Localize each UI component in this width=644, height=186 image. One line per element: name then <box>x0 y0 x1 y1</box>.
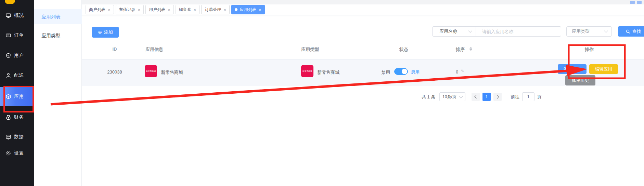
sidebar-item-label: 应用 <box>14 93 24 99</box>
fullscreen-icon[interactable] <box>630 1 635 4</box>
sidebar-item-settings[interactable]: 设置 <box>0 146 34 160</box>
header-actions: 操作 <box>579 46 600 53</box>
status-toggle[interactable] <box>394 68 408 75</box>
chevron-right-icon <box>495 95 499 98</box>
sidebar-item-overview[interactable]: 概况 <box>0 9 34 22</box>
sidebar-item-label: 配送 <box>14 72 24 78</box>
user-avatar-icon[interactable] <box>637 1 642 4</box>
shield-icon <box>6 53 11 58</box>
search-button[interactable]: 查找 <box>618 26 644 37</box>
chevron-down-icon <box>604 29 608 32</box>
close-icon[interactable]: × <box>194 8 196 12</box>
billing-history-tooltip: 账单历史 <box>565 75 595 85</box>
tab-user-list[interactable]: 用户列表× <box>145 5 174 14</box>
header-status: 状态 <box>394 46 414 53</box>
submenu-item-app-type[interactable]: 应用类型 <box>41 33 61 39</box>
chart-icon <box>6 134 11 140</box>
tab-order-processing[interactable]: 订单处理× <box>201 5 230 14</box>
sidebar-item-orders[interactable]: 订单 <box>0 28 34 42</box>
chevron-down-icon <box>468 29 472 32</box>
app-type-icon: 新零售商城 <box>301 65 313 77</box>
cell-app-type-name: 新零售商城 <box>317 69 339 76</box>
active-dot-icon <box>235 8 237 11</box>
gear-icon <box>6 151 11 156</box>
person-icon <box>6 73 11 78</box>
close-icon[interactable]: × <box>168 8 170 12</box>
pagination-total: 共 1 条 <box>422 94 435 100</box>
tab-jiyuhe[interactable]: 鲫鱼盒× <box>176 5 200 14</box>
app-type-select[interactable]: 应用类型 <box>566 26 612 37</box>
submenu-panel <box>34 0 82 186</box>
goto-page-input[interactable]: 1 <box>522 92 534 101</box>
money-bag-icon <box>6 115 11 120</box>
sidebar-item-delivery[interactable]: 配送 <box>0 68 34 82</box>
order-icon <box>6 33 11 38</box>
add-button[interactable]: ⊕ 添加 <box>92 27 119 38</box>
close-icon[interactable]: × <box>223 8 226 12</box>
sidebar-item-data[interactable]: 数据 <box>0 130 34 144</box>
app-icon: 新零售商城 <box>145 65 157 77</box>
submenu-item-app-list[interactable]: 应用列表 <box>41 14 61 20</box>
search-field-select[interactable]: 应用名称 <box>433 27 476 36</box>
header-app-info: 应用信息 <box>145 46 163 53</box>
sidebar: 概况 订单 用户 配送 应用 财务 数据 <box>0 0 34 186</box>
tab-merchant-list[interactable]: 商户列表× <box>86 5 114 14</box>
sign-merchant-button[interactable]: 签约商户 <box>558 64 587 74</box>
topbar <box>82 0 644 4</box>
edit-pencil-icon[interactable]: ✎ <box>461 69 464 74</box>
cell-app-name: 新零售商城 <box>161 69 183 76</box>
app-name-search-group: 应用名称 请输入应用名称 <box>432 26 561 37</box>
tabbar-divider <box>82 15 644 15</box>
sidebar-item-finance[interactable]: 财务 <box>0 110 34 124</box>
monitor-icon <box>6 13 11 18</box>
page-unit-label: 页 <box>537 94 542 100</box>
sidebar-item-label: 财务 <box>14 114 24 120</box>
next-page-button[interactable] <box>493 93 502 101</box>
plus-circle-icon: ⊕ <box>98 29 102 35</box>
cell-sort-value: 0 <box>456 69 458 75</box>
tab-app-list-active[interactable]: 应用列表× <box>231 5 265 14</box>
sidebar-item-label: 设置 <box>14 150 24 156</box>
page-size-select[interactable]: 10条/页 <box>439 92 465 101</box>
prev-page-button[interactable] <box>472 93 480 101</box>
chevron-left-icon <box>474 95 478 98</box>
sort-carets-icon[interactable] <box>469 47 472 51</box>
chevron-down-icon <box>459 94 463 98</box>
tab-bar: 商户列表× 充值记录× 用户列表× 鲫鱼盒× 订单处理× 应用列表× <box>86 5 265 15</box>
close-icon[interactable]: × <box>259 8 261 12</box>
edit-app-button[interactable]: 编辑应用 <box>589 64 618 74</box>
sidebar-item-label: 订单 <box>14 32 24 38</box>
status-on-label: 启用 <box>411 69 420 76</box>
goto-label: 前往 <box>511 94 519 100</box>
cube-icon <box>6 94 11 99</box>
app-name-input[interactable]: 请输入应用名称 <box>476 28 561 35</box>
close-icon[interactable]: × <box>138 8 141 12</box>
sidebar-item-users[interactable]: 用户 <box>0 49 34 62</box>
app-logo <box>5 0 15 4</box>
header-sort: 排序 <box>456 46 465 53</box>
sidebar-item-label: 概况 <box>14 12 24 18</box>
page-number-button[interactable]: 1 <box>482 93 491 101</box>
tab-recharge-records[interactable]: 充值记录× <box>116 5 144 14</box>
header-id: ID <box>104 46 125 52</box>
status-off-label: 禁用 <box>381 69 390 76</box>
sidebar-item-label: 数据 <box>14 134 24 140</box>
search-icon <box>626 29 630 34</box>
sidebar-item-label: 用户 <box>14 52 24 58</box>
header-app-type: 应用类型 <box>301 46 319 53</box>
cell-id: 230038 <box>104 69 125 75</box>
close-icon[interactable]: × <box>108 8 111 12</box>
sidebar-item-apps[interactable]: 应用 <box>0 90 34 103</box>
